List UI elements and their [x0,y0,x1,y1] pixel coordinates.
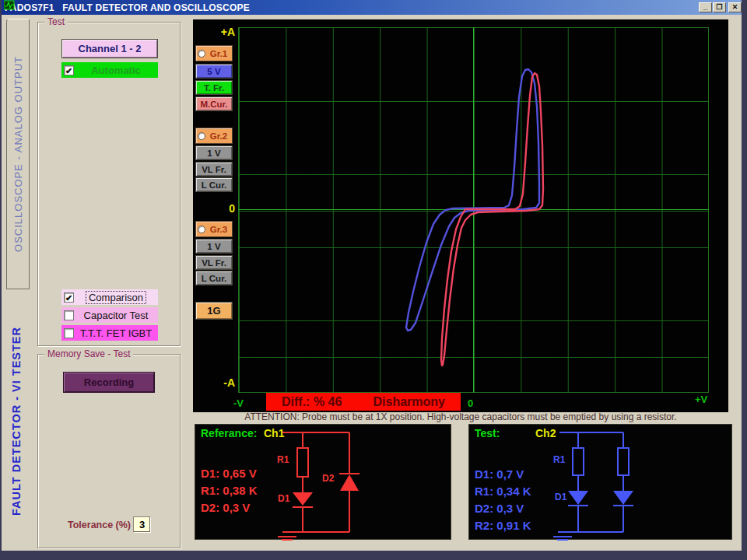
comparison-checkbox[interactable]: ✔ [64,292,74,303]
comparison-row[interactable]: ✔ Comparison [61,289,158,305]
channel-1-2-button[interactable]: Channel 1 - 2 [61,39,158,58]
axis-label-plus-a: +A [215,26,235,38]
capacitor-test-row[interactable]: Capacitor Test [61,307,158,323]
trace-channel1-red [441,73,543,366]
recording-button[interactable]: Recording [63,372,155,393]
memory-save-groupbox: Memory Save - Test Recording Tolerance (… [37,354,181,548]
axis-label-plus-v: +V [695,394,707,405]
window-title: FADOS7F1 FAULT DETECTOR AND OSCILLOSCOPE [5,2,250,13]
gr3-volts-button[interactable]: 1 V [195,239,233,254]
axis-label-zero-bottom: 0 [468,397,473,409]
gr2-volts-button[interactable]: 1 V [195,145,233,160]
capacitor-test-checkbox[interactable] [64,310,74,320]
gr3-radio-row[interactable]: Gr.3 [195,221,233,237]
test-ch2-panel: Test: Ch2 D1: 0,7 V R1: 0,34 K D2: 0,3 V… [468,424,732,540]
automatic-row[interactable]: ✔ Automatic [61,62,158,78]
ttt-fet-igbt-checkbox[interactable] [64,328,74,338]
gain-1g-button[interactable]: 1G [195,302,233,320]
tolerance-input[interactable] [133,516,151,533]
gr1-radio-row[interactable]: Gr.1 [195,45,233,61]
ttt-fet-igbt-row[interactable]: T.T.T. FET IGBT [61,325,158,341]
gr2-current-button[interactable]: L Cur. [195,177,233,192]
gr3-radio[interactable] [198,226,205,233]
comparison-label: Comparison [74,292,158,303]
minimize-button[interactable]: _ [699,2,712,12]
gr3-radio-label: Gr.3 [205,225,232,234]
close-button[interactable]: ✕ [728,2,742,12]
axis-label-minus-v: -V [233,397,244,409]
axis-label-zero-left: 0 [215,202,235,215]
gr1-current-button[interactable]: M.Cur. [195,96,233,111]
gr1-radio-label: Gr.1 [205,49,232,58]
diff-value: Diff.: % 46 [282,395,342,409]
tab-fault-detector-vi-tester[interactable]: FAULT DETECTOR - VI TESTER [2,294,30,548]
app-icon [4,0,15,10]
diff-status: Disharmony [374,395,445,409]
restore-button[interactable]: ❐ [713,2,726,12]
automatic-checkbox[interactable]: ✔ [64,65,74,75]
gr3-frequency-button[interactable]: VL Fr. [195,255,233,270]
reference-ch1-panel: Referance: Ch1 D1: 0,65 V R1: 0,38 K D2:… [195,424,451,540]
gr1-radio[interactable] [198,50,205,58]
test-groupbox: Test Channel 1 - 2 ✔ Automatic ✔ Compari… [37,22,181,346]
gr2-radio[interactable] [198,132,205,140]
reference-d1-label: D1 [278,493,289,504]
tab-oscilloscope-analog-output[interactable]: OSCILLOSCOPE - ANALOG OUTPUT [6,19,30,289]
diff-banner: Diff.: % 46 Disharmony [266,393,461,411]
trace-channel2-blue [406,69,539,331]
test-group-label: Test [44,16,68,27]
vi-curves [193,19,728,412]
gr2-frequency-button[interactable]: VL Fr. [195,162,233,177]
gr1-frequency-button[interactable]: T. Fr. [195,80,233,95]
test-circuit-diagram [469,425,733,541]
attention-message: ATTENTION: Probe must be at 1X position.… [193,411,728,422]
axis-label-minus-a: -A [215,376,235,389]
oscilloscope-panel: +A 0 -A -V 0 +V Gr.1 5 V T. Fr. M.Cur. G… [193,19,728,412]
gr2-radio-label: Gr.2 [205,131,232,141]
tab-fault-label: FAULT DETECTOR - VI TESTER [10,327,23,516]
gr1-volts-button[interactable]: 5 V [195,64,233,79]
gr2-radio-row[interactable]: Gr.2 [195,128,233,144]
memory-save-group-label: Memory Save - Test [44,348,133,359]
test-d1-label: D1 [555,492,566,502]
gr3-current-button[interactable]: L Cur. [195,271,233,285]
ttt-fet-igbt-label: T.T.T. FET IGBT [74,327,158,339]
capacitor-test-label: Capacitor Test [74,310,158,321]
titlebar: FADOS7F1 FAULT DETECTOR AND OSCILLOSCOPE [2,0,742,15]
reference-r1-label: R1 [277,454,289,465]
reference-d2-label: D2 [322,473,334,484]
tolerance-label: Tolerance (%) [68,520,131,530]
tab-oscilloscope-label: OSCILLOSCOPE - ANALOG OUTPUT [12,56,24,252]
test-r1-label: R1 [553,454,565,465]
automatic-label: Automatic [74,65,158,76]
